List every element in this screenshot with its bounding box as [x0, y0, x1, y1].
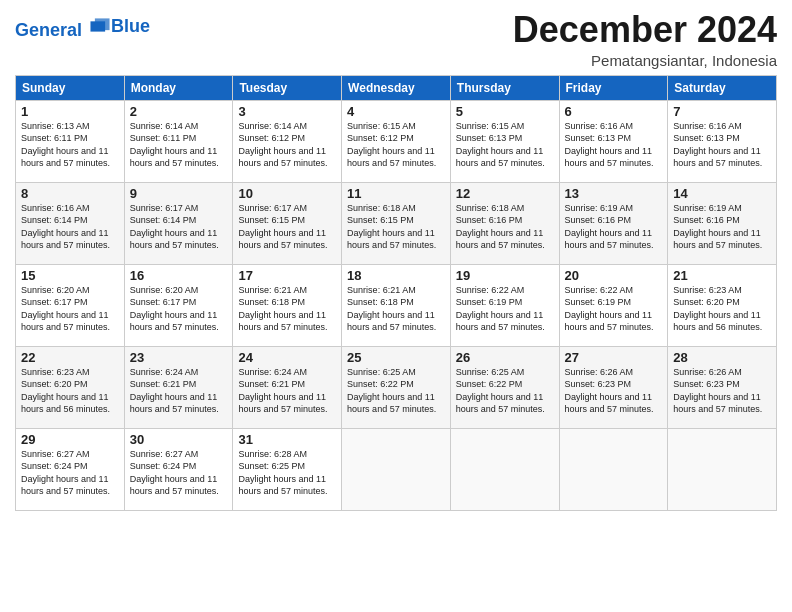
col-header-thursday: Thursday [450, 75, 559, 100]
day-number: 5 [456, 104, 554, 119]
day-info: Sunrise: 6:17 AM Sunset: 6:15 PM Dayligh… [238, 202, 336, 252]
day-info: Sunrise: 6:18 AM Sunset: 6:16 PM Dayligh… [456, 202, 554, 252]
day-number: 19 [456, 268, 554, 283]
day-cell [668, 428, 777, 510]
day-info: Sunrise: 6:21 AM Sunset: 6:18 PM Dayligh… [238, 284, 336, 334]
day-number: 1 [21, 104, 119, 119]
col-header-tuesday: Tuesday [233, 75, 342, 100]
month-title: December 2024 [513, 10, 777, 50]
day-info: Sunrise: 6:28 AM Sunset: 6:25 PM Dayligh… [238, 448, 336, 498]
day-cell: 4 Sunrise: 6:15 AM Sunset: 6:12 PM Dayli… [342, 100, 451, 182]
day-info: Sunrise: 6:26 AM Sunset: 6:23 PM Dayligh… [565, 366, 663, 416]
day-cell: 25 Sunrise: 6:25 AM Sunset: 6:22 PM Dayl… [342, 346, 451, 428]
day-cell: 24 Sunrise: 6:24 AM Sunset: 6:21 PM Dayl… [233, 346, 342, 428]
day-cell: 16 Sunrise: 6:20 AM Sunset: 6:17 PM Dayl… [124, 264, 233, 346]
day-info: Sunrise: 6:16 AM Sunset: 6:13 PM Dayligh… [673, 120, 771, 170]
day-info: Sunrise: 6:27 AM Sunset: 6:24 PM Dayligh… [130, 448, 228, 498]
week-row-5: 29 Sunrise: 6:27 AM Sunset: 6:24 PM Dayl… [16, 428, 777, 510]
day-number: 4 [347, 104, 445, 119]
day-info: Sunrise: 6:22 AM Sunset: 6:19 PM Dayligh… [456, 284, 554, 334]
calendar-header-row: SundayMondayTuesdayWednesdayThursdayFrid… [16, 75, 777, 100]
day-number: 24 [238, 350, 336, 365]
day-cell: 14 Sunrise: 6:19 AM Sunset: 6:16 PM Dayl… [668, 182, 777, 264]
day-info: Sunrise: 6:23 AM Sunset: 6:20 PM Dayligh… [673, 284, 771, 334]
day-cell: 30 Sunrise: 6:27 AM Sunset: 6:24 PM Dayl… [124, 428, 233, 510]
col-header-sunday: Sunday [16, 75, 125, 100]
day-cell: 8 Sunrise: 6:16 AM Sunset: 6:14 PM Dayli… [16, 182, 125, 264]
day-number: 7 [673, 104, 771, 119]
day-number: 20 [565, 268, 663, 283]
day-number: 29 [21, 432, 119, 447]
day-cell: 15 Sunrise: 6:20 AM Sunset: 6:17 PM Dayl… [16, 264, 125, 346]
day-cell: 19 Sunrise: 6:22 AM Sunset: 6:19 PM Dayl… [450, 264, 559, 346]
day-number: 23 [130, 350, 228, 365]
day-number: 13 [565, 186, 663, 201]
day-cell: 13 Sunrise: 6:19 AM Sunset: 6:16 PM Dayl… [559, 182, 668, 264]
col-header-friday: Friday [559, 75, 668, 100]
day-cell: 9 Sunrise: 6:17 AM Sunset: 6:14 PM Dayli… [124, 182, 233, 264]
day-cell: 11 Sunrise: 6:18 AM Sunset: 6:15 PM Dayl… [342, 182, 451, 264]
day-cell: 10 Sunrise: 6:17 AM Sunset: 6:15 PM Dayl… [233, 182, 342, 264]
day-number: 3 [238, 104, 336, 119]
logo-icon [89, 14, 111, 36]
header: General Blue December 2024 Pematangsiant… [15, 10, 777, 69]
week-row-2: 8 Sunrise: 6:16 AM Sunset: 6:14 PM Dayli… [16, 182, 777, 264]
day-info: Sunrise: 6:24 AM Sunset: 6:21 PM Dayligh… [130, 366, 228, 416]
day-cell: 29 Sunrise: 6:27 AM Sunset: 6:24 PM Dayl… [16, 428, 125, 510]
day-info: Sunrise: 6:19 AM Sunset: 6:16 PM Dayligh… [565, 202, 663, 252]
day-number: 26 [456, 350, 554, 365]
day-cell [342, 428, 451, 510]
day-cell: 18 Sunrise: 6:21 AM Sunset: 6:18 PM Dayl… [342, 264, 451, 346]
logo-text: General [15, 14, 111, 41]
day-cell: 6 Sunrise: 6:16 AM Sunset: 6:13 PM Dayli… [559, 100, 668, 182]
subtitle: Pematangsiantar, Indonesia [513, 52, 777, 69]
day-info: Sunrise: 6:24 AM Sunset: 6:21 PM Dayligh… [238, 366, 336, 416]
day-number: 14 [673, 186, 771, 201]
day-cell: 20 Sunrise: 6:22 AM Sunset: 6:19 PM Dayl… [559, 264, 668, 346]
day-info: Sunrise: 6:14 AM Sunset: 6:11 PM Dayligh… [130, 120, 228, 170]
day-number: 22 [21, 350, 119, 365]
day-number: 30 [130, 432, 228, 447]
day-cell: 23 Sunrise: 6:24 AM Sunset: 6:21 PM Dayl… [124, 346, 233, 428]
day-number: 18 [347, 268, 445, 283]
day-number: 10 [238, 186, 336, 201]
day-info: Sunrise: 6:16 AM Sunset: 6:14 PM Dayligh… [21, 202, 119, 252]
day-info: Sunrise: 6:25 AM Sunset: 6:22 PM Dayligh… [347, 366, 445, 416]
day-cell: 3 Sunrise: 6:14 AM Sunset: 6:12 PM Dayli… [233, 100, 342, 182]
week-row-3: 15 Sunrise: 6:20 AM Sunset: 6:17 PM Dayl… [16, 264, 777, 346]
day-info: Sunrise: 6:17 AM Sunset: 6:14 PM Dayligh… [130, 202, 228, 252]
day-number: 9 [130, 186, 228, 201]
day-info: Sunrise: 6:15 AM Sunset: 6:12 PM Dayligh… [347, 120, 445, 170]
day-info: Sunrise: 6:20 AM Sunset: 6:17 PM Dayligh… [130, 284, 228, 334]
day-number: 25 [347, 350, 445, 365]
day-info: Sunrise: 6:15 AM Sunset: 6:13 PM Dayligh… [456, 120, 554, 170]
day-number: 28 [673, 350, 771, 365]
day-number: 27 [565, 350, 663, 365]
day-cell: 22 Sunrise: 6:23 AM Sunset: 6:20 PM Dayl… [16, 346, 125, 428]
day-info: Sunrise: 6:22 AM Sunset: 6:19 PM Dayligh… [565, 284, 663, 334]
day-number: 21 [673, 268, 771, 283]
day-number: 6 [565, 104, 663, 119]
day-number: 12 [456, 186, 554, 201]
day-info: Sunrise: 6:16 AM Sunset: 6:13 PM Dayligh… [565, 120, 663, 170]
day-info: Sunrise: 6:13 AM Sunset: 6:11 PM Dayligh… [21, 120, 119, 170]
week-row-1: 1 Sunrise: 6:13 AM Sunset: 6:11 PM Dayli… [16, 100, 777, 182]
day-info: Sunrise: 6:25 AM Sunset: 6:22 PM Dayligh… [456, 366, 554, 416]
day-cell [450, 428, 559, 510]
day-cell: 21 Sunrise: 6:23 AM Sunset: 6:20 PM Dayl… [668, 264, 777, 346]
day-cell [559, 428, 668, 510]
day-info: Sunrise: 6:18 AM Sunset: 6:15 PM Dayligh… [347, 202, 445, 252]
title-area: December 2024 Pematangsiantar, Indonesia [513, 10, 777, 69]
day-info: Sunrise: 6:19 AM Sunset: 6:16 PM Dayligh… [673, 202, 771, 252]
day-number: 17 [238, 268, 336, 283]
svg-marker-1 [91, 21, 106, 31]
day-cell: 2 Sunrise: 6:14 AM Sunset: 6:11 PM Dayli… [124, 100, 233, 182]
day-cell: 1 Sunrise: 6:13 AM Sunset: 6:11 PM Dayli… [16, 100, 125, 182]
week-row-4: 22 Sunrise: 6:23 AM Sunset: 6:20 PM Dayl… [16, 346, 777, 428]
day-info: Sunrise: 6:23 AM Sunset: 6:20 PM Dayligh… [21, 366, 119, 416]
col-header-monday: Monday [124, 75, 233, 100]
day-info: Sunrise: 6:14 AM Sunset: 6:12 PM Dayligh… [238, 120, 336, 170]
day-number: 8 [21, 186, 119, 201]
day-cell: 5 Sunrise: 6:15 AM Sunset: 6:13 PM Dayli… [450, 100, 559, 182]
day-cell: 17 Sunrise: 6:21 AM Sunset: 6:18 PM Dayl… [233, 264, 342, 346]
